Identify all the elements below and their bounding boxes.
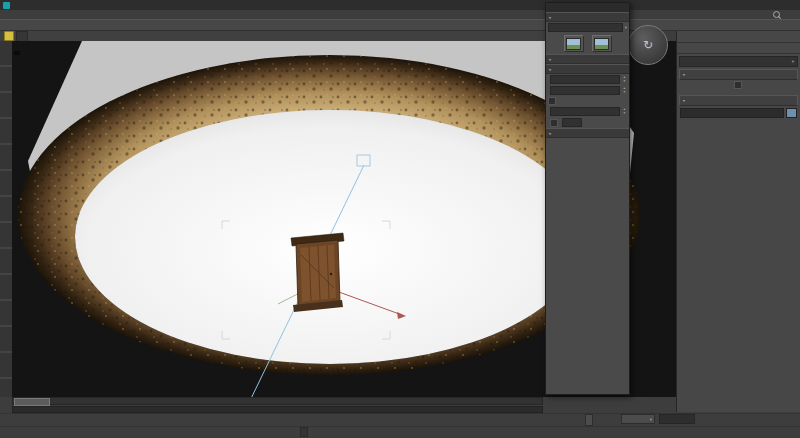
highlighted-script-button[interactable]	[4, 31, 14, 41]
height-spinner[interactable]: ▴▾	[622, 87, 627, 94]
refresh-image-icon	[594, 38, 609, 50]
3ds-max-window: ↻ ▾ ▴▾ ▴▾	[0, 0, 800, 438]
autogrid-row	[677, 80, 800, 89]
track-bar[interactable]	[12, 406, 543, 413]
parameters-rollout[interactable]	[546, 64, 629, 74]
vtiling-spinner[interactable]: ▴▾	[622, 108, 627, 115]
object-name-field[interactable]	[680, 108, 784, 118]
object-color-swatch[interactable]	[786, 108, 797, 118]
preset-image-buttons	[546, 33, 629, 54]
command-panel-tabs	[677, 31, 800, 43]
radius-spinner[interactable]: ▴▾	[622, 76, 627, 83]
backdrop-generator-dialog: ▾ ▴▾ ▴▾ ▴▾	[545, 2, 630, 395]
vtiling-input[interactable]	[550, 107, 620, 116]
settings-rollout[interactable]	[546, 12, 629, 22]
prompt-bar	[0, 426, 800, 438]
backdrop-list	[546, 138, 629, 410]
current-frame-field[interactable]	[659, 414, 695, 424]
load-backdrop-button[interactable]	[564, 35, 584, 52]
orbit-arrow-icon: ↻	[643, 38, 653, 52]
radius-input[interactable]	[550, 75, 620, 84]
preset-dropdown[interactable]	[548, 23, 623, 32]
time-slider[interactable]	[12, 397, 543, 405]
rotate-checkbox[interactable]	[550, 119, 558, 127]
name-color-rollout[interactable]	[679, 95, 798, 106]
viewport-statistics	[14, 51, 20, 55]
infocenter	[618, 9, 800, 19]
app-logo	[3, 2, 10, 9]
create-subcategories	[677, 43, 800, 54]
primitive-category-dropdown[interactable]	[679, 56, 798, 67]
auto-key-button[interactable]	[585, 414, 593, 426]
search-icon[interactable]	[773, 11, 780, 18]
backdrop-rollout[interactable]	[546, 128, 629, 138]
object-type-buttons	[677, 89, 800, 93]
add-time-tag[interactable]	[300, 427, 308, 437]
object-type-rollout[interactable]	[679, 69, 798, 80]
main-toolbar	[0, 19, 800, 31]
autogrid-checkbox[interactable]	[734, 81, 742, 89]
name-color-row	[677, 106, 800, 120]
refresh-backdrop-button[interactable]	[592, 35, 612, 52]
angle-input[interactable]	[562, 118, 582, 127]
cast-shadows-checkbox[interactable]	[548, 97, 556, 105]
dialog-title-bar[interactable]	[546, 3, 629, 12]
command-panel	[676, 31, 800, 412]
time-slider-handle[interactable]	[14, 398, 50, 406]
menu-bar	[0, 10, 632, 19]
door-object	[291, 233, 344, 312]
maxtabb-tab[interactable]	[16, 31, 28, 41]
selection-set-dropdown[interactable]	[621, 414, 655, 424]
load-image-icon	[566, 38, 581, 50]
options-rollout[interactable]	[546, 54, 629, 64]
height-input[interactable]	[550, 86, 620, 95]
viewcube[interactable]: ↻	[628, 25, 668, 65]
